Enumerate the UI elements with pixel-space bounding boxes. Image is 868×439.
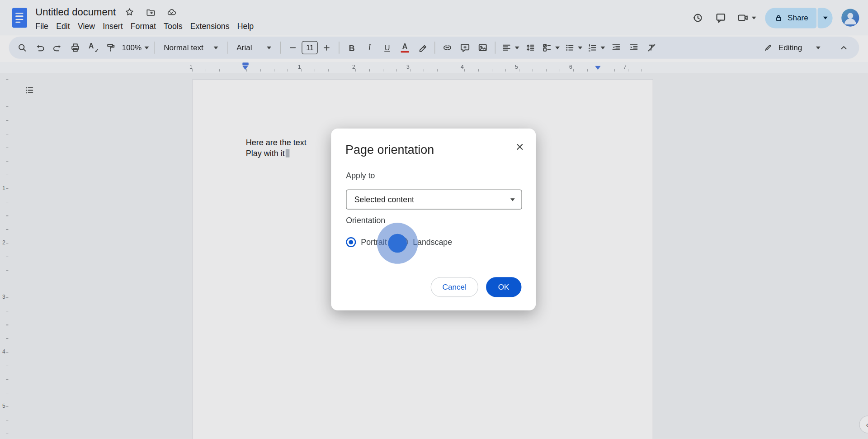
orientation-label: Orientation: [346, 216, 385, 225]
dialog-title: Page orientation: [345, 143, 434, 157]
chevron-down-icon: [510, 198, 515, 201]
landscape-radio[interactable]: Landscape: [398, 237, 452, 247]
ok-button[interactable]: OK: [486, 277, 522, 297]
landscape-radio-label: Landscape: [413, 238, 452, 247]
portrait-radio-label: Portrait: [361, 238, 387, 247]
orientation-radio-group: Portrait Landscape: [346, 237, 452, 247]
radio-unselected-icon: [398, 237, 408, 247]
dialog-actions: Cancel OK: [431, 277, 522, 297]
portrait-radio[interactable]: Portrait: [346, 237, 387, 247]
google-docs-app: Untitled document File: [0, 0, 868, 439]
apply-to-label: Apply to: [346, 171, 375, 180]
apply-to-select[interactable]: Selected content: [346, 190, 522, 210]
close-icon: [514, 141, 525, 152]
cancel-button[interactable]: Cancel: [431, 277, 478, 297]
page-orientation-dialog: Page orientation Apply to Selected conte…: [331, 129, 536, 310]
dialog-close-button[interactable]: [511, 138, 528, 155]
radio-selected-icon: [346, 237, 356, 247]
apply-to-value: Selected content: [354, 195, 414, 204]
screen: Untitled document File: [0, 0, 868, 439]
